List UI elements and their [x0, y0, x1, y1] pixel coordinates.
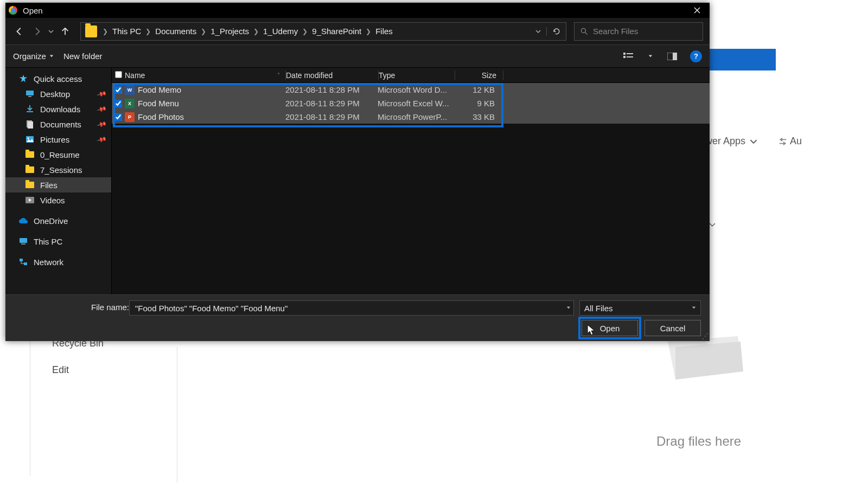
column-size[interactable]: Size	[455, 71, 503, 80]
file-size: 12 KB	[454, 85, 501, 94]
back-button[interactable]	[12, 23, 27, 40]
sidebar-item-documents[interactable]: Documents📌	[5, 117, 111, 132]
background-divider	[177, 347, 177, 483]
resize-grip[interactable]: ⋰	[702, 332, 707, 340]
pc-icon	[18, 236, 28, 246]
address-bar[interactable]: ❯ This PC❯ Documents❯ 1_Projects❯ 1_Udem…	[80, 22, 566, 41]
file-row[interactable]: P Food Photos 2021-08-11 8:29 PM Microso…	[112, 110, 710, 124]
sidebar-item-onedrive[interactable]: OneDrive	[5, 213, 111, 228]
navigation-bar: ❯ This PC❯ Documents❯ 1_Projects❯ 1_Udem…	[5, 18, 710, 45]
view-dropdown[interactable]	[647, 49, 654, 64]
titlebar: Open	[5, 3, 710, 18]
organize-button[interactable]: Organize	[13, 52, 54, 61]
background-divider	[30, 340, 30, 476]
breadcrumb-item[interactable]: 1_Udemy	[260, 27, 301, 36]
cloud-icon	[18, 216, 28, 226]
file-type: Microsoft Excel W...	[378, 99, 454, 108]
sidebar-item-sessions[interactable]: 7_Sessions	[5, 162, 111, 177]
select-all-checkbox[interactable]	[112, 71, 125, 80]
excel-icon: X	[125, 99, 136, 108]
file-date: 2021-08-11 8:29 PM	[285, 99, 378, 108]
new-folder-button[interactable]: New folder	[63, 52, 103, 61]
filename-dropdown[interactable]	[563, 300, 574, 316]
chevron-right-icon: ❯	[252, 28, 260, 35]
background-highlight-bar	[705, 49, 776, 70]
pin-icon: 📌	[97, 119, 107, 130]
sidebar-item-downloads[interactable]: Downloads📌	[5, 101, 111, 117]
navigation-sidebar: Quick access Desktop📌 Downloads📌 Documen…	[5, 68, 112, 294]
svg-rect-17	[20, 259, 23, 261]
videos-icon	[25, 195, 35, 205]
star-icon	[18, 74, 28, 84]
chevron-right-icon: ❯	[365, 28, 372, 35]
file-name: Food Memo	[138, 85, 285, 94]
refresh-button[interactable]	[546, 27, 566, 36]
breadcrumb-item[interactable]: 1_Projects	[207, 27, 252, 36]
close-button[interactable]	[685, 3, 710, 18]
search-input[interactable]: Search Files	[574, 22, 703, 41]
file-date: 2021-08-11 8:28 PM	[285, 85, 378, 94]
filename-input[interactable]	[129, 300, 574, 316]
row-checkbox[interactable]	[112, 113, 125, 121]
file-row[interactable]: W Food Memo 2021-08-11 8:28 PM Microsoft…	[112, 83, 710, 97]
file-size: 33 KB	[454, 112, 501, 121]
sidebar-item-network[interactable]: Network	[5, 254, 111, 269]
preview-pane-button[interactable]	[664, 49, 680, 64]
filename-label: File name:	[91, 303, 129, 312]
breadcrumb-item[interactable]: This PC	[109, 27, 144, 36]
sidebar-item-videos[interactable]: Videos	[5, 192, 111, 208]
sidebar-item-resume[interactable]: 0_Resume	[5, 147, 111, 162]
documents-icon	[25, 119, 35, 129]
row-checkbox[interactable]	[112, 86, 125, 94]
svg-rect-16	[21, 243, 25, 245]
network-icon	[18, 257, 28, 267]
sidebar-item-desktop[interactable]: Desktop📌	[5, 86, 111, 101]
file-row[interactable]: X Food Menu 2021-08-11 8:29 PM Microsoft…	[112, 97, 710, 110]
svg-rect-11	[28, 121, 33, 129]
window-title: Open	[23, 6, 43, 15]
column-headers: Name˄ Date modified Type Size	[112, 68, 710, 83]
breadcrumb-item[interactable]: Documents	[152, 27, 200, 36]
folder-icon	[25, 180, 35, 190]
background-drag-label: Drag files here	[656, 434, 741, 449]
sidebar-item-files[interactable]: Files	[5, 177, 111, 192]
open-file-dialog: Open ❯ This PC❯ Documents❯ 1_Projects❯ 1…	[5, 3, 710, 341]
breadcrumb-item[interactable]: Files	[372, 27, 396, 36]
chevron-right-icon: ❯	[144, 28, 152, 35]
column-date[interactable]: Date modified	[286, 71, 378, 80]
file-type: Microsoft Word D...	[378, 85, 454, 94]
pin-icon: 📌	[97, 104, 107, 114]
folder-icon	[85, 25, 97, 37]
svg-point-13	[28, 138, 29, 139]
search-icon	[580, 27, 589, 36]
svg-rect-9	[27, 111, 33, 112]
address-dropdown[interactable]	[530, 27, 546, 36]
cancel-button[interactable]: Cancel	[644, 320, 701, 336]
svg-rect-8	[28, 96, 31, 97]
recent-locations-button[interactable]	[47, 23, 55, 40]
chevron-down-icon	[49, 54, 54, 59]
powerpoint-icon: P	[125, 112, 136, 122]
column-type[interactable]: Type	[379, 71, 455, 80]
sidebar-item-this-pc[interactable]: This PC	[5, 234, 111, 249]
up-button[interactable]	[58, 23, 73, 40]
chevron-right-icon: ❯	[301, 28, 309, 35]
mouse-cursor	[587, 324, 597, 336]
column-name[interactable]: Name˄	[125, 71, 285, 80]
folder-icon	[25, 165, 35, 175]
row-checkbox[interactable]	[112, 100, 125, 107]
breadcrumb-item[interactable]: 9_SharePoint	[309, 27, 365, 36]
background-edit-label: Edit	[52, 364, 69, 376]
pictures-icon	[25, 134, 35, 144]
svg-rect-1	[623, 53, 626, 55]
file-type-filter[interactable]: All Files	[579, 300, 701, 316]
sort-indicator-icon: ˄	[277, 72, 280, 78]
sidebar-item-quick-access[interactable]: Quick access	[5, 71, 111, 86]
view-layout-button[interactable]	[621, 49, 637, 64]
file-name: Food Menu	[138, 99, 285, 108]
sidebar-item-pictures[interactable]: Pictures📌	[5, 132, 111, 147]
forward-button[interactable]	[29, 23, 44, 40]
svg-rect-6	[673, 53, 677, 60]
command-bar: Organize New folder ?	[5, 45, 710, 68]
help-button[interactable]: ?	[690, 50, 702, 62]
